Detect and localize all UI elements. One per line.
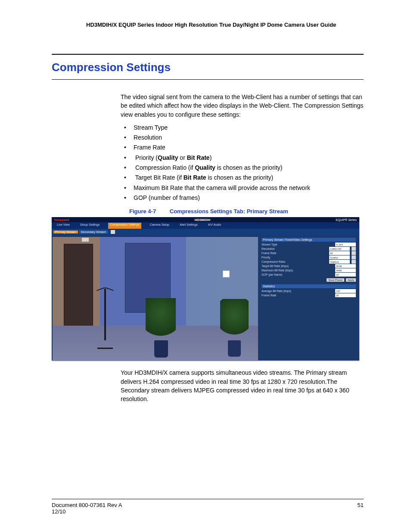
bullet-list: Stream Type Resolution Frame Rate Priori… bbox=[121, 123, 364, 202]
figure-number: Figure 4-7 bbox=[129, 208, 156, 215]
list-item: Maximum Bit Rate that the camera will pr… bbox=[121, 184, 364, 192]
figure-screenshot: Honeywell HD3MDIH EQUIP® Series Live Vie… bbox=[52, 217, 359, 361]
bold-text: Bit Rate bbox=[184, 174, 206, 181]
list-item: Resolution bbox=[121, 133, 364, 142]
tab-camera-setup[interactable]: Camera Setup bbox=[148, 223, 171, 229]
field-label: Maximum Bit Rate (kbps) bbox=[262, 269, 333, 272]
settings-panel: Primary Stream Fixed/Video Settings Stre… bbox=[258, 235, 359, 362]
resolution-select[interactable]: 1280x720 bbox=[329, 247, 350, 251]
video-preview bbox=[53, 237, 258, 361]
footer-rule bbox=[52, 499, 364, 499]
field-label: GOP (per frame) bbox=[262, 273, 333, 276]
subtab-secondary-stream[interactable]: Secondary Stream bbox=[79, 230, 108, 233]
bold-text: Quality bbox=[195, 164, 215, 171]
gop-input[interactable]: 30 bbox=[335, 273, 356, 277]
compression-ratio-select[interactable]: Highest bbox=[329, 260, 350, 264]
brand-label: Honeywell bbox=[54, 218, 69, 221]
stream-type-value: H.264 bbox=[335, 243, 356, 246]
list-item: Stream Type bbox=[121, 123, 364, 132]
field-label: Target Bit Rate (kbps) bbox=[262, 264, 333, 268]
rule-top bbox=[52, 54, 364, 55]
page-number: 51 bbox=[358, 502, 364, 515]
panel-header: Primary Stream Fixed/Video Settings bbox=[262, 238, 356, 242]
list-item: GOP (number of frames) bbox=[121, 193, 364, 202]
stats-header: Statistics bbox=[262, 284, 356, 288]
section-title: Compression Settings bbox=[52, 58, 364, 77]
list-item: Compression Ratio (if Quality is chosen … bbox=[121, 163, 364, 172]
tab-compression-settings[interactable]: Compression Settings bbox=[108, 223, 141, 229]
chevron-down-icon[interactable] bbox=[352, 247, 356, 251]
subtab-bar: Primary Stream Secondary Stream bbox=[52, 229, 359, 235]
text: ) bbox=[210, 154, 212, 161]
max-bitrate-input[interactable]: 4096 bbox=[335, 268, 356, 272]
body-paragraph: Your HD3MDIH/X camera supports simultane… bbox=[121, 368, 364, 403]
intro-paragraph: The video signal sent from the camera to… bbox=[121, 93, 364, 119]
save-preset-button[interactable]: Save Preset bbox=[327, 278, 344, 282]
chevron-down-icon[interactable] bbox=[352, 260, 356, 264]
text: Priority ( bbox=[135, 154, 158, 161]
subtab-primary-stream[interactable]: Primary Stream bbox=[53, 230, 78, 233]
target-bitrate-input[interactable]: 2048 bbox=[335, 264, 356, 268]
chevron-down-icon[interactable] bbox=[352, 255, 356, 259]
figure-title: Compressions Settings Tab: Primary Strea… bbox=[170, 208, 288, 215]
series-label: EQUIP® Series bbox=[336, 218, 357, 221]
apply-button[interactable]: Apply bbox=[346, 278, 356, 282]
field-label: Compression Ratio bbox=[262, 260, 327, 263]
field-label: Stream Type bbox=[262, 243, 333, 246]
chevron-down-icon[interactable] bbox=[352, 251, 356, 255]
list-item: Priority (Quality or Bit Rate) bbox=[121, 153, 364, 162]
field-label: Average Bit Rate (kbps) bbox=[262, 289, 333, 292]
rule-under-title bbox=[52, 79, 364, 80]
text: Compression Ratio (if bbox=[135, 164, 195, 171]
text: or bbox=[178, 154, 187, 161]
field-label: Resolution bbox=[262, 247, 327, 250]
tab-bar: Live View Setup Settings Compression Set… bbox=[52, 222, 359, 229]
list-item: Target Bit Rate (if Bit Rate is chosen a… bbox=[121, 173, 364, 182]
list-item: Frame Rate bbox=[121, 143, 364, 152]
field-label: Frame Rate bbox=[262, 294, 333, 297]
expand-icon[interactable] bbox=[111, 230, 115, 234]
text: is chosen as the priority) bbox=[206, 174, 274, 181]
stats-framerate-value: 30 bbox=[335, 293, 356, 297]
bold-text: Bit Rate bbox=[187, 154, 210, 161]
tab-av-audio[interactable]: A/V Audio bbox=[206, 223, 223, 229]
bold-text: Quality bbox=[158, 154, 178, 161]
field-label: Frame Rate bbox=[262, 252, 327, 255]
page-footer: Document 800-07361 Rev A 12/10 51 bbox=[52, 496, 364, 515]
tab-setup-settings[interactable]: Setup Settings bbox=[78, 223, 102, 229]
page-header: HD3MDIH/X EQUIP Series Indoor High Resol… bbox=[86, 22, 364, 28]
doc-id: Document 800-07361 Rev A bbox=[52, 502, 122, 508]
model-label: HD3MDIH bbox=[195, 218, 210, 222]
frame-rate-select[interactable]: 30 bbox=[329, 251, 350, 255]
text: Target Bit Rate (if bbox=[135, 174, 184, 181]
tab-live-view[interactable]: Live View bbox=[55, 223, 72, 229]
priority-select[interactable]: Quality bbox=[329, 255, 350, 259]
figure-caption: Figure 4-7 Compressions Settings Tab: Pr… bbox=[129, 208, 364, 215]
doc-date: 12/10 bbox=[52, 508, 122, 515]
text: is chosen as the priority) bbox=[215, 164, 283, 171]
tab-alert-settings[interactable]: Alert Settings bbox=[178, 223, 199, 229]
field-label: Priority bbox=[262, 256, 327, 259]
avg-bitrate-value: 747 bbox=[335, 289, 356, 293]
